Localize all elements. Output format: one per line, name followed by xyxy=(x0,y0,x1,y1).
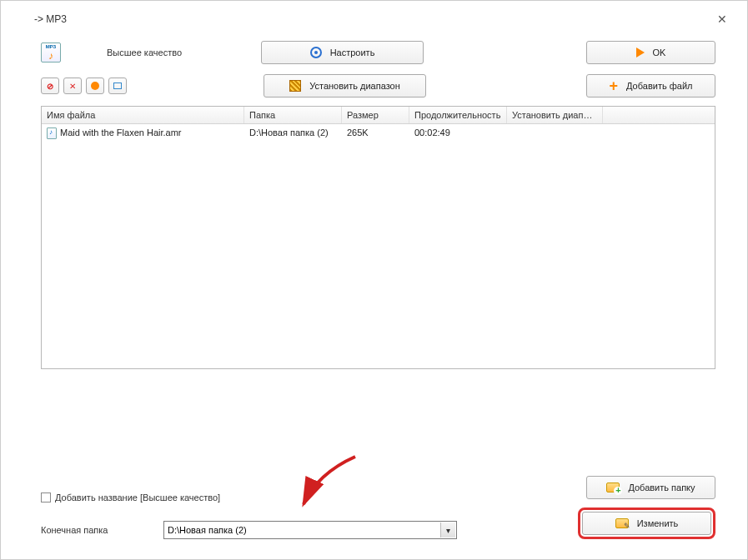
set-range-button[interactable]: Установить диапазон xyxy=(264,74,426,98)
table-row[interactable]: Maid with the Flaxen Hair.amr D:\Новая п… xyxy=(42,124,715,142)
cell-size: 265K xyxy=(342,126,409,141)
window-title: -> MP3 xyxy=(34,13,67,25)
settings-button-label: Настроить xyxy=(330,48,375,58)
folder-add-icon xyxy=(606,482,620,492)
mp3-format-icon xyxy=(41,42,61,62)
dest-folder-label: Конечная папка xyxy=(41,525,163,535)
change-folder-button-label: Изменить xyxy=(637,518,679,528)
file-table: Имя файла Папка Размер Продолжительность… xyxy=(41,106,715,369)
annotation-highlight: Изменить xyxy=(578,508,715,539)
audio-file-icon xyxy=(47,128,57,139)
add-name-label: Добавить название [Высшее качество] xyxy=(55,492,220,502)
col-header-range[interactable]: Установить диапаз... xyxy=(507,107,603,123)
folder-edit-icon xyxy=(615,518,629,528)
remove-item-button[interactable]: ⊘ xyxy=(41,78,59,94)
clear-list-button[interactable]: ✕ xyxy=(63,78,82,94)
add-folder-button[interactable]: Добавить папку xyxy=(586,476,715,499)
plus-icon: + xyxy=(610,78,619,93)
info-button[interactable] xyxy=(108,78,127,94)
cell-name: Maid with the Flaxen Hair.amr xyxy=(60,128,182,138)
ok-button-label: OK xyxy=(653,48,666,58)
col-header-size[interactable]: Размер xyxy=(342,107,409,123)
settings-button[interactable]: Настроить xyxy=(261,41,424,64)
second-row: ⊘ ✕ Установить диапазон + Добавить файл xyxy=(1,68,747,106)
table-header: Имя файла Папка Размер Продолжительность… xyxy=(42,107,715,124)
dest-folder-combo[interactable]: D:\Новая папка (2) xyxy=(163,521,457,539)
add-file-button-label: Добавить файл xyxy=(626,81,692,91)
add-file-button[interactable]: + Добавить файл xyxy=(586,74,715,98)
right-button-column: Добавить папку Изменить xyxy=(578,476,715,539)
close-icon[interactable]: ✕ xyxy=(712,11,732,28)
quality-label: Высшее качество xyxy=(107,48,182,58)
col-header-folder[interactable]: Папка xyxy=(244,107,342,123)
dest-folder-value: D:\Новая папка (2) xyxy=(168,525,247,535)
play-button[interactable] xyxy=(86,78,104,94)
col-header-rest xyxy=(603,107,715,123)
add-folder-button-label: Добавить папку xyxy=(628,482,695,492)
col-header-name[interactable]: Имя файла xyxy=(42,107,244,123)
add-name-checkbox[interactable] xyxy=(41,492,51,502)
range-icon xyxy=(289,80,301,92)
col-header-duration[interactable]: Продолжительность xyxy=(409,107,507,123)
gear-icon xyxy=(310,47,322,58)
change-folder-button[interactable]: Изменить xyxy=(582,512,711,535)
top-row: Высшее качество Настроить OK xyxy=(1,34,747,68)
chevron-down-icon[interactable] xyxy=(440,522,455,538)
set-range-button-label: Установить диапазон xyxy=(309,81,400,91)
titlebar: -> MP3 ✕ xyxy=(1,1,747,34)
cell-range xyxy=(507,126,603,141)
ok-button[interactable]: OK xyxy=(586,41,715,64)
arrow-right-icon xyxy=(636,48,645,58)
cell-folder: D:\Новая папка (2) xyxy=(244,126,342,141)
toolbar: ⊘ ✕ xyxy=(41,78,127,94)
bottom-area: Добавить название [Высшее качество] Коне… xyxy=(41,492,715,539)
cell-duration: 00:02:49 xyxy=(409,126,507,141)
